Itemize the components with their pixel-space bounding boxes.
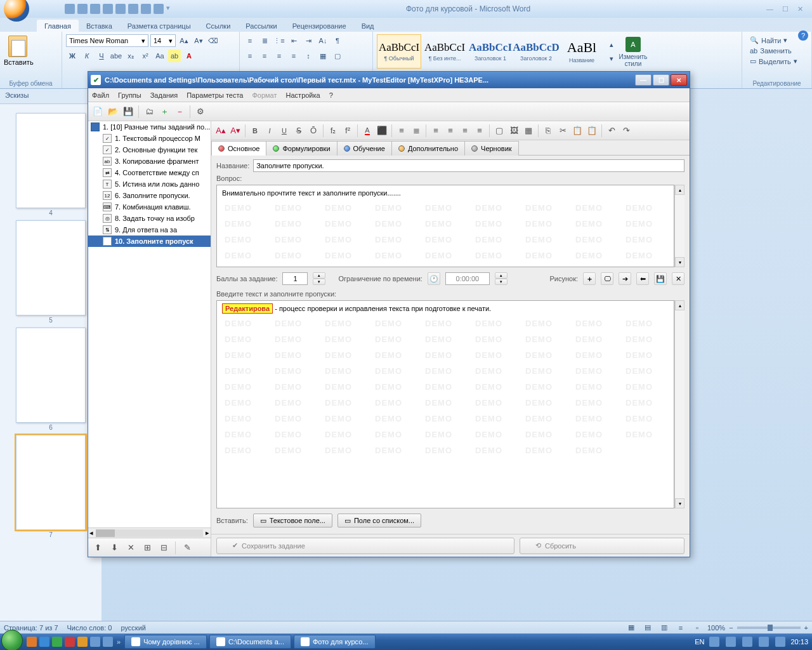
fmt-sup-icon[interactable]: f² [341, 124, 355, 138]
style-h1[interactable]: AaBbCcIЗаголовок 1 [468, 34, 513, 69]
ribbon-tab-insert[interactable]: Вставка [79, 20, 120, 32]
tree-down-icon[interactable]: ⬇ [107, 541, 121, 555]
name-input[interactable]: Заполните пропуски. [253, 159, 684, 172]
tab-draft[interactable]: Черновик [464, 141, 519, 156]
pic-screen-icon[interactable]: 🖵 [601, 272, 613, 285]
tree-item-8[interactable]: ◎8. Задать точку на изобр [88, 213, 211, 224]
tree-brush-icon[interactable]: ✎ [180, 541, 194, 555]
bold-icon[interactable]: Ж [66, 50, 79, 62]
tb-new-icon[interactable]: 📄 [91, 105, 105, 119]
fmt-redo-icon[interactable]: ↷ [619, 124, 633, 138]
superscript-icon[interactable]: x² [139, 50, 152, 62]
view-print-icon[interactable]: ▦ [625, 621, 638, 634]
points-down-icon[interactable]: ▾ [313, 279, 325, 285]
qat-preview-icon[interactable] [115, 4, 126, 14]
qat-font-icon[interactable] [141, 4, 151, 14]
fmt-shrink-icon[interactable]: A▾ [228, 124, 242, 138]
menu-params[interactable]: Параметры теста [187, 91, 243, 99]
fmt-table-icon[interactable]: ▦ [521, 124, 535, 138]
mte-close-icon[interactable]: ✕ [671, 74, 687, 86]
tree-item-10[interactable]: ab10. Заполните пропуск [88, 235, 211, 247]
fmt-sub-icon[interactable]: f₂ [326, 124, 340, 138]
tree-root[interactable]: 1. [10] Разные типы заданий по... [88, 121, 211, 133]
menu-settings[interactable]: Настройка [286, 91, 320, 99]
pic-prev-icon[interactable]: ⬅ [636, 272, 649, 285]
tree-up-icon[interactable]: ⬆ [91, 541, 105, 555]
fill-scrollbar[interactable]: ▴▾ [674, 300, 684, 508]
tray-icon[interactable] [759, 637, 769, 647]
mte-titlebar[interactable]: ✔ C:\Documents and Settings\Пользователь… [88, 72, 690, 88]
show-marks-icon[interactable]: ¶ [331, 34, 344, 47]
fmt-bold-icon[interactable]: B [248, 124, 262, 138]
status-words[interactable]: Число слов: 0 [67, 624, 112, 632]
ql-chrome-icon[interactable] [52, 637, 62, 647]
qat-new-icon[interactable] [128, 4, 138, 14]
zoom-in-icon[interactable]: + [804, 624, 808, 632]
tab-main[interactable]: Основное [211, 141, 266, 156]
fmt-paste-icon[interactable]: 📋 [570, 124, 584, 138]
lang-indicator[interactable]: EN [695, 638, 704, 646]
view-read-icon[interactable]: ▤ [641, 621, 654, 634]
time-input[interactable] [445, 272, 490, 285]
fill-textarea[interactable]: Редактирова - процесс проверки и исправл… [216, 300, 674, 508]
task-item-3[interactable]: Фото для курсо... [294, 635, 376, 649]
tray-icon[interactable] [775, 637, 785, 647]
qat-print-icon[interactable] [103, 4, 113, 14]
shrink-font-icon[interactable]: A▾ [192, 34, 205, 47]
clear-format-icon[interactable]: ⌫ [207, 34, 219, 47]
menu-file[interactable]: Файл [92, 91, 109, 99]
ql-ie-icon[interactable] [39, 637, 49, 647]
fmt-object-icon[interactable]: ▢ [492, 124, 506, 138]
view-outline-icon[interactable]: ≡ [674, 621, 687, 634]
ribbon-tab-view[interactable]: Вид [354, 20, 382, 32]
fill-blank[interactable]: Редактирова [222, 303, 273, 314]
tree-item-3[interactable]: ab3. Копирование фрагмент [88, 156, 211, 167]
tree-item-7[interactable]: ⌨7. Комбинация клавиш. [88, 201, 211, 213]
tree-hscroll[interactable]: ◂▸ [88, 527, 211, 538]
tab-learning[interactable]: Обучение [337, 141, 392, 156]
fmt-cut-icon[interactable]: ✂ [556, 124, 570, 138]
tree-item-2[interactable]: ✓2. Основные функции тек [88, 144, 211, 156]
select-button[interactable]: ▭Выделить▾ [749, 56, 805, 66]
underline-icon[interactable]: Ч [95, 50, 108, 62]
ql-player-icon[interactable] [77, 637, 88, 647]
align-right-icon[interactable]: ≡ [273, 50, 285, 62]
shading-icon[interactable]: ▦ [317, 50, 329, 62]
fmt-center-icon[interactable]: ≡ [443, 124, 457, 138]
status-lang[interactable]: русский [121, 624, 145, 632]
font-size-combo[interactable]: 14▾ [150, 34, 176, 47]
ribbon-tab-home[interactable]: Главная [37, 20, 79, 32]
reset-button[interactable]: ⟲Сбросить [520, 538, 684, 554]
indent-icon[interactable]: ⇥ [302, 34, 315, 47]
ribbon-tab-review[interactable]: Рецензирование [285, 20, 354, 32]
paste-button[interactable]: Вставить [4, 34, 32, 66]
save-task-button[interactable]: ✔Сохранить задание [216, 538, 514, 554]
insert-text-field-button[interactable]: ▭Текстовое поле... [253, 514, 332, 527]
fmt-underline-icon[interactable]: U [277, 124, 291, 138]
tb-add-icon[interactable]: ＋ [157, 105, 171, 119]
replace-button[interactable]: abЗаменить [749, 46, 805, 55]
points-up-icon[interactable]: ▴ [313, 272, 325, 279]
qat-redo-icon[interactable] [90, 4, 100, 14]
style-normal[interactable]: AaBbCcI¶ Обычный [377, 34, 421, 69]
tray-volume-icon[interactable] [742, 637, 752, 647]
ql-other2-icon[interactable] [103, 637, 113, 647]
fmt-justify-icon[interactable]: ≡ [473, 124, 487, 138]
ql-other-icon[interactable] [90, 637, 100, 647]
qat-spell-icon[interactable] [154, 4, 164, 14]
tb-open-icon[interactable]: 📂 [106, 105, 120, 119]
thumbnail-5[interactable] [16, 220, 86, 315]
question-textarea[interactable]: Внимательно прочтите текст и заполните п… [216, 185, 674, 267]
task-item-1[interactable]: Чому дорівнює ... [124, 635, 207, 649]
ribbon-tab-references[interactable]: Ссылки [199, 20, 239, 32]
tree-collapse2-icon[interactable]: ⊟ [157, 541, 171, 555]
close-icon[interactable]: ✕ [797, 5, 803, 13]
case-icon[interactable]: Aa [154, 50, 166, 62]
multilevel-icon[interactable]: ⋮≡ [273, 34, 285, 47]
qat-undo-icon[interactable] [77, 4, 88, 14]
fmt-numbers-icon[interactable]: ≣ [409, 124, 423, 138]
tree-collapse-icon[interactable]: ✕ [124, 541, 138, 555]
clock[interactable]: 20:13 [790, 638, 808, 646]
tray-icon[interactable] [709, 637, 719, 647]
fmt-italic-icon[interactable]: I [263, 124, 277, 138]
